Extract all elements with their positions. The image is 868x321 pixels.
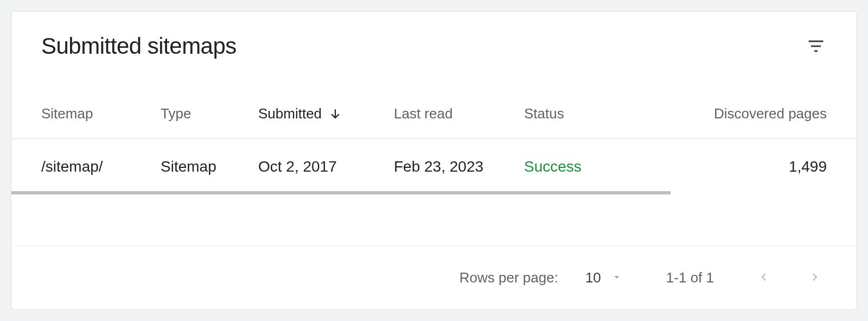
page-info: 1-1 of 1 [666,269,714,286]
column-header-sitemap[interactable]: Sitemap [41,105,161,122]
column-header-last-read[interactable]: Last read [394,105,524,122]
chevron-left-icon [756,269,771,286]
cell-type: Sitemap [161,158,258,175]
next-page-button[interactable] [803,265,827,291]
sitemaps-table: Sitemap Type Submitted Last read Status … [11,75,857,239]
card-title: Submitted sitemaps [41,33,237,59]
cell-last-read: Feb 23, 2023 [394,158,524,175]
column-header-submitted[interactable]: Submitted [258,105,394,122]
previous-page-button[interactable] [752,265,776,291]
cell-discovered: 1,499 [665,158,827,175]
rows-per-page-select[interactable]: 10 [585,269,623,286]
card-header: Submitted sitemaps [11,11,857,75]
cell-sitemap: /sitemap/ [41,158,161,175]
rows-per-page-label: Rows per page: [459,269,558,286]
table-header-row: Sitemap Type Submitted Last read Status … [11,89,857,139]
sitemaps-card: Submitted sitemaps Sitemap Type Submitte… [11,11,857,310]
filter-icon[interactable] [805,35,827,57]
column-header-discovered[interactable]: Discovered pages [665,105,827,122]
pagination-bar: Rows per page: 10 1-1 of 1 [11,246,857,310]
column-header-status[interactable]: Status [524,105,665,122]
chevron-right-icon [807,269,822,286]
table-row[interactable]: /sitemap/ Sitemap Oct 2, 2017 Feb 23, 20… [11,139,857,194]
row-scroll-indicator [11,191,671,194]
sort-descending-icon [328,107,342,121]
dropdown-icon [611,271,623,285]
rows-per-page-value: 10 [585,269,601,286]
column-header-type[interactable]: Type [161,105,258,122]
column-header-submitted-label: Submitted [258,105,322,122]
cell-submitted: Oct 2, 2017 [258,158,394,175]
cell-status: Success [524,158,665,175]
